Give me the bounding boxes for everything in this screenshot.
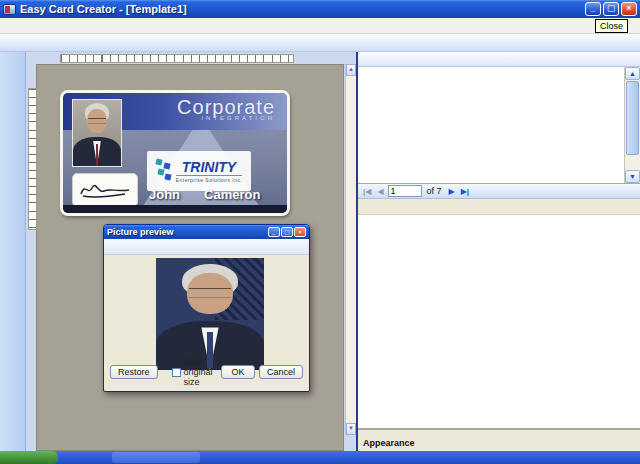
record-navigator: |◀ ◀ of 7 ▶ ▶| — [358, 184, 640, 199]
app-icon — [3, 4, 16, 15]
dialog-title-bar: Picture preview _ ▢ × — [104, 225, 309, 239]
previous-record-button[interactable]: ◀ — [375, 185, 385, 198]
property-description: Appearance — [358, 429, 640, 451]
trinity-cubes-icon — [156, 159, 174, 183]
window-title: Easy Card Creator - [Template1] — [20, 3, 585, 15]
view-original-size-label: View original size — [184, 357, 221, 387]
horizontal-ruler — [60, 54, 294, 63]
canvas-scrollbar[interactable] — [345, 64, 356, 435]
first-record-button[interactable]: |◀ — [361, 185, 373, 198]
dialog-title: Picture preview — [107, 227, 267, 237]
last-name-text: Cameron — [204, 187, 260, 202]
card-front: Corporate INTEGRATION — [63, 93, 287, 213]
taskbar — [0, 451, 640, 464]
dialog-body: Restore View original size OK Cancel — [104, 255, 309, 391]
dialog-minimize-button[interactable]: _ — [268, 227, 280, 237]
minimize-button[interactable]: _ — [585, 2, 601, 16]
restore-button[interactable]: ▢ — [603, 2, 619, 16]
workspace: Corporate INTEGRATION — [0, 52, 640, 451]
close-tooltip: Close — [595, 19, 628, 33]
scroll-down-icon[interactable]: ▼ — [625, 170, 640, 183]
last-record-button[interactable]: ▶| — [459, 185, 471, 198]
card-footer-strip — [63, 205, 287, 213]
preview-photo — [156, 258, 264, 370]
card-design[interactable]: Corporate INTEGRATION — [60, 90, 290, 216]
scrollbar-thumb[interactable] — [626, 81, 639, 155]
window-controls: _ ▢ × — [585, 2, 637, 16]
ok-button[interactable]: OK — [221, 365, 255, 379]
property-grid-toolbar — [358, 199, 640, 215]
picture-preview-dialog: Picture preview _ ▢ × Restore — [103, 224, 310, 392]
title-bar: Easy Card Creator - [Template1] _ ▢ × — [0, 0, 640, 18]
employee-grid: ▲ ▼ — [358, 67, 640, 184]
next-record-button[interactable]: ▶ — [447, 185, 457, 198]
template-tab-strip — [26, 435, 344, 451]
record-position-input[interactable] — [388, 185, 422, 197]
card-photo[interactable] — [72, 99, 122, 167]
logo-tagline-text: Enterprise Solutions Inc. — [176, 175, 243, 183]
database-panel: ▲ ▼ |◀ ◀ of 7 ▶ ▶| Appearance — [356, 52, 640, 451]
signature-scribble — [73, 174, 137, 206]
employee-portrait — [73, 100, 121, 166]
drawing-toolbar — [0, 52, 26, 451]
logo-name-text: TRINITY — [182, 160, 236, 174]
taskbar-button[interactable] — [112, 452, 200, 463]
grid-scrollbar[interactable]: ▲ ▼ — [624, 67, 640, 183]
restore-image-button[interactable]: Restore — [110, 365, 158, 379]
property-description-title: Appearance — [363, 438, 415, 448]
card-name-row[interactable]: John Cameron — [149, 187, 279, 202]
dialog-toolbar — [104, 239, 309, 255]
cancel-button[interactable]: Cancel — [259, 365, 303, 379]
dialog-close-button[interactable]: × — [294, 227, 306, 237]
menu-bar — [0, 18, 640, 34]
dialog-controls: Restore View original size OK Cancel — [110, 357, 303, 387]
vertical-ruler — [28, 88, 37, 230]
first-name-text: John — [149, 187, 180, 202]
close-button[interactable]: × — [621, 2, 637, 16]
app-window: Easy Card Creator - [Template1] _ ▢ × Cl… — [0, 0, 640, 464]
signature-box[interactable] — [72, 173, 138, 207]
property-grid — [358, 215, 640, 429]
company-logo[interactable]: TRINITY Enterprise Solutions Inc. — [147, 151, 251, 191]
main-toolbar — [0, 34, 640, 52]
view-original-size-checkbox[interactable] — [172, 368, 181, 377]
preview-portrait — [156, 258, 264, 370]
database-toolbar — [358, 52, 640, 67]
start-button[interactable] — [0, 451, 58, 464]
canvas-area: Corporate INTEGRATION — [26, 52, 356, 451]
dialog-restore-button[interactable]: ▢ — [281, 227, 293, 237]
scroll-up-icon[interactable]: ▲ — [625, 67, 640, 80]
record-count-label: of 7 — [424, 186, 445, 196]
